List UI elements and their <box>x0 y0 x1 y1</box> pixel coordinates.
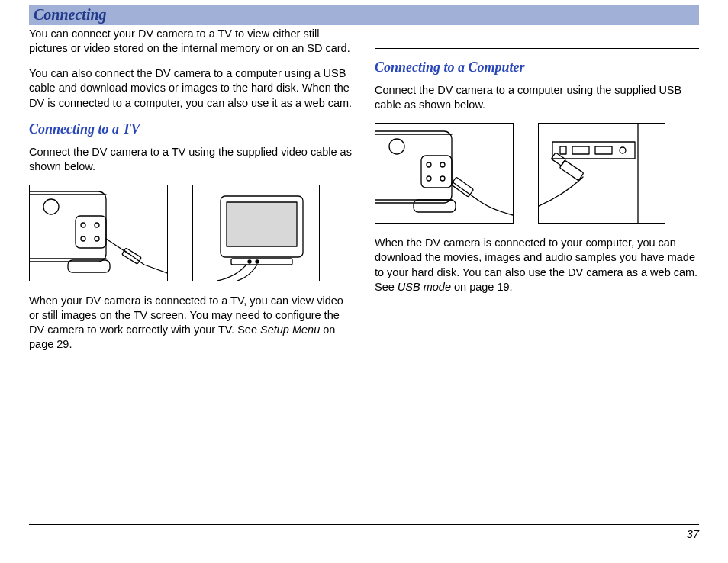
svg-point-1 <box>43 199 59 214</box>
computer-paragraph-1: Connect the DV camera to a computer usin… <box>375 83 699 112</box>
tv-paragraph-2: When your DV camera is connected to a TV… <box>29 294 353 352</box>
column-top-rule <box>375 48 699 49</box>
camera-usb-port-icon <box>375 124 513 223</box>
svg-rect-17 <box>375 131 452 203</box>
tv-paragraph-2-ref: Setup Menu <box>260 323 320 336</box>
computer-paragraph-2-text-b: on page 19. <box>451 281 513 293</box>
svg-point-8 <box>95 236 99 241</box>
subheading-computer: Connecting to a Computer <box>375 60 699 76</box>
figure-tv <box>192 185 320 282</box>
svg-point-16 <box>256 260 259 263</box>
tv-icon <box>193 185 319 281</box>
camera-av-port-icon <box>30 185 167 281</box>
svg-rect-27 <box>451 177 474 197</box>
svg-point-5 <box>81 223 85 227</box>
right-column: Connecting to a Computer Connect the DV … <box>375 27 699 362</box>
svg-point-32 <box>620 147 626 153</box>
figure-camera-to-tv <box>29 185 168 282</box>
svg-rect-29 <box>560 146 566 154</box>
intro-paragraph-2: You can also connect the DV camera to a … <box>29 66 353 110</box>
page-number: 37 <box>29 528 699 540</box>
tv-paragraph-1: Connect the DV camera to a TV using the … <box>29 145 353 174</box>
svg-rect-14 <box>231 259 292 265</box>
page-footer: 37 <box>29 524 699 540</box>
svg-point-7 <box>81 236 85 241</box>
svg-point-24 <box>427 176 431 181</box>
svg-point-22 <box>427 162 431 167</box>
intro-paragraph-1: You can connect your DV camera to a TV t… <box>29 27 353 56</box>
figure-camera-usb <box>375 123 514 224</box>
svg-rect-31 <box>595 146 612 154</box>
computer-usb-port-icon <box>539 124 665 223</box>
svg-point-25 <box>440 176 445 181</box>
left-column: You can connect your DV camera to a TV t… <box>29 27 353 362</box>
svg-rect-4 <box>76 216 106 248</box>
computer-paragraph-2: When the DV camera is connected to your … <box>375 236 699 294</box>
svg-rect-21 <box>421 156 452 188</box>
svg-point-6 <box>95 223 99 227</box>
section-title: Connecting <box>34 6 107 23</box>
footer-rule <box>29 524 699 525</box>
section-banner: Connecting <box>29 5 699 25</box>
tv-figures <box>29 185 353 282</box>
svg-rect-13 <box>227 202 297 246</box>
figure-computer-port <box>538 123 665 224</box>
subheading-tv: Connecting to a TV <box>29 121 353 137</box>
computer-figures <box>375 123 699 224</box>
svg-rect-26 <box>414 200 456 212</box>
computer-paragraph-2-ref: USB mode <box>398 281 451 293</box>
two-column-layout: You can connect your DV camera to a TV t… <box>29 27 699 362</box>
svg-point-23 <box>440 162 445 167</box>
svg-rect-30 <box>572 146 589 154</box>
svg-point-15 <box>248 260 251 263</box>
svg-point-18 <box>389 139 404 154</box>
